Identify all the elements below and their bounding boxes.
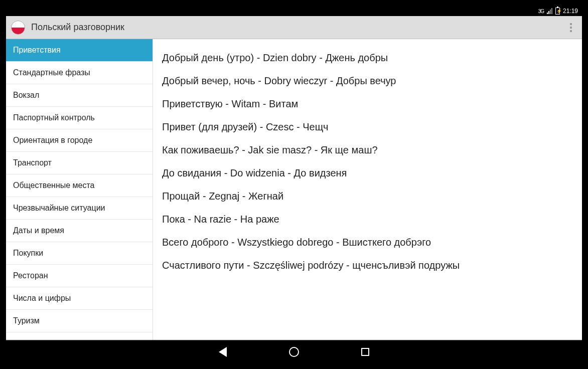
phrase-item[interactable]: Привет (для друзей) - Czesc - Чещч — [162, 115, 573, 138]
sidebar-item[interactable]: Транспорт — [6, 152, 153, 174]
phrase-item[interactable]: Добрый день (утро) - Dzien dobry - Джень… — [162, 46, 573, 69]
sidebar-item[interactable]: Даты и время — [6, 220, 153, 242]
clock: 21:19 — [563, 8, 578, 15]
screen: 3G ⚡ 21:19 Польский разговорник Приветст… — [6, 6, 582, 363]
phrase-list[interactable]: Добрый день (утро) - Dzien dobry - Джень… — [153, 39, 582, 340]
content-area: ПриветствияСтандартные фразыВокзалПаспор… — [6, 39, 582, 340]
phrase-item[interactable]: Пока - Na razie - На раже — [162, 208, 573, 231]
phrase-item[interactable]: Счастливого пути - Szczęśliwej podrózy -… — [162, 254, 573, 277]
sidebar-item[interactable]: Паспортный контроль — [6, 107, 153, 129]
battery-icon: ⚡ — [555, 8, 560, 15]
poland-flag-icon — [11, 21, 25, 35]
sidebar-item[interactable]: Вокзал — [6, 84, 153, 107]
navigation-bar — [6, 340, 582, 363]
overflow-menu-button[interactable] — [565, 23, 577, 32]
phrase-item[interactable]: Как поживаешь? - Jak sie masz? - Як ще м… — [162, 138, 573, 161]
sidebar-item[interactable]: Покупки — [6, 242, 153, 265]
category-sidebar[interactable]: ПриветствияСтандартные фразыВокзалПаспор… — [6, 39, 153, 340]
signal-icon — [547, 8, 552, 14]
action-bar: Польский разговорник — [6, 16, 582, 39]
sidebar-item[interactable]: Ресторан — [6, 265, 153, 287]
sidebar-item[interactable]: Общественные места — [6, 174, 153, 197]
sidebar-item[interactable]: Стандартные фразы — [6, 62, 153, 84]
phrase-item[interactable]: Добрый вечер, ночь - Dobry wieczyr - Доб… — [162, 69, 573, 92]
phrase-item[interactable]: Прощай - Zegnaj - Жегнай — [162, 184, 573, 208]
sidebar-item[interactable]: Числа и цифры — [6, 287, 153, 310]
sidebar-item[interactable]: Туризм — [6, 310, 153, 332]
status-bar: 3G ⚡ 21:19 — [6, 6, 582, 16]
sidebar-item[interactable]: Чрезвычайные ситуации — [6, 197, 153, 220]
sidebar-item[interactable]: Ориентация в городе — [6, 129, 153, 152]
back-button[interactable] — [217, 346, 228, 357]
network-type: 3G — [538, 9, 544, 14]
recent-apps-button[interactable] — [360, 346, 371, 357]
app-title: Польский разговорник — [31, 22, 565, 33]
sidebar-item[interactable]: Приветствия — [6, 39, 153, 62]
device-frame: 3G ⚡ 21:19 Польский разговорник Приветст… — [0, 0, 588, 369]
home-button[interactable] — [288, 346, 300, 357]
phrase-item[interactable]: Всего доброго - Wszystkiego dobrego - Вш… — [162, 231, 573, 254]
phrase-item[interactable]: До свидания - Do widzenia - До видзеня — [162, 161, 573, 184]
phrase-item[interactable]: Приветствую - Witam - Витам — [162, 92, 573, 115]
